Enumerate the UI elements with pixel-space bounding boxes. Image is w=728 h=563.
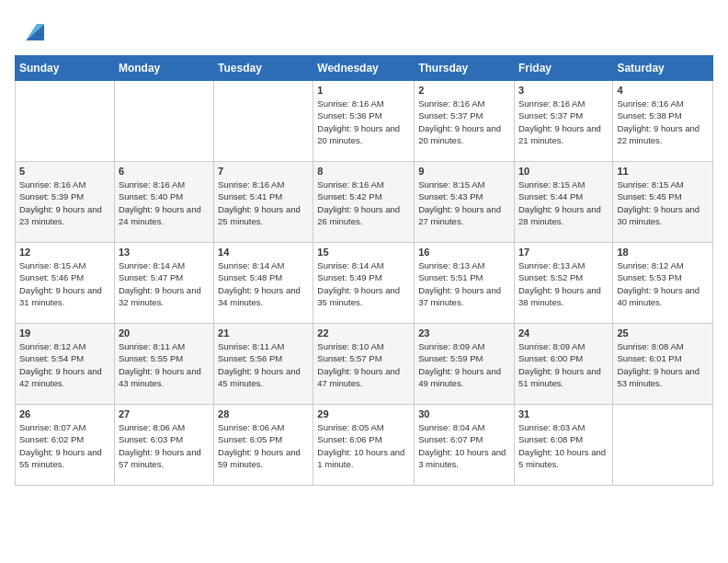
- day-info: Sunrise: 8:03 AM Sunset: 6:08 PM Dayligh…: [518, 421, 609, 470]
- calendar-cell: 9Sunrise: 8:15 AM Sunset: 5:43 PM Daylig…: [415, 162, 515, 243]
- calendar-cell: 20Sunrise: 8:11 AM Sunset: 5:55 PM Dayli…: [114, 324, 213, 405]
- day-info: Sunrise: 8:04 AM Sunset: 6:07 PM Dayligh…: [418, 421, 510, 470]
- day-info: Sunrise: 8:15 AM Sunset: 5:45 PM Dayligh…: [617, 178, 709, 227]
- day-number: 25: [617, 327, 709, 339]
- day-info: Sunrise: 8:11 AM Sunset: 5:56 PM Dayligh…: [218, 340, 309, 389]
- day-info: Sunrise: 8:16 AM Sunset: 5:42 PM Dayligh…: [317, 178, 410, 227]
- day-number: 2: [418, 85, 510, 96]
- calendar-cell: 24Sunrise: 8:09 AM Sunset: 6:00 PM Dayli…: [514, 324, 612, 405]
- calendar-week-row: 1Sunrise: 8:16 AM Sunset: 5:36 PM Daylig…: [16, 81, 713, 162]
- day-info: Sunrise: 8:16 AM Sunset: 5:36 PM Dayligh…: [317, 98, 410, 146]
- calendar-cell: 17Sunrise: 8:13 AM Sunset: 5:52 PM Dayli…: [514, 243, 612, 324]
- day-info: Sunrise: 8:16 AM Sunset: 5:37 PM Dayligh…: [418, 98, 510, 146]
- day-number: 3: [518, 85, 609, 96]
- calendar-cell: 16Sunrise: 8:13 AM Sunset: 5:51 PM Dayli…: [415, 243, 515, 324]
- day-info: Sunrise: 8:11 AM Sunset: 5:55 PM Dayligh…: [119, 340, 210, 389]
- day-info: Sunrise: 8:16 AM Sunset: 5:39 PM Dayligh…: [19, 178, 110, 227]
- day-number: 17: [518, 247, 609, 258]
- day-number: 11: [617, 166, 709, 177]
- day-number: 7: [218, 166, 309, 177]
- day-number: 21: [218, 327, 309, 339]
- day-info: Sunrise: 8:16 AM Sunset: 5:38 PM Dayligh…: [617, 98, 709, 146]
- day-number: 5: [19, 166, 110, 177]
- calendar-week-row: 12Sunrise: 8:15 AM Sunset: 5:46 PM Dayli…: [16, 243, 713, 324]
- calendar-cell: 23Sunrise: 8:09 AM Sunset: 5:59 PM Dayli…: [415, 324, 515, 405]
- day-info: Sunrise: 8:14 AM Sunset: 5:48 PM Dayligh…: [218, 259, 309, 308]
- logo: [15, 15, 48, 44]
- day-number: 24: [518, 327, 609, 339]
- calendar-cell: 1Sunrise: 8:16 AM Sunset: 5:36 PM Daylig…: [313, 81, 415, 162]
- day-info: Sunrise: 8:06 AM Sunset: 6:03 PM Dayligh…: [119, 421, 210, 470]
- calendar-table: SundayMondayTuesdayWednesdayThursdayFrid…: [15, 55, 713, 486]
- day-info: Sunrise: 8:12 AM Sunset: 5:53 PM Dayligh…: [617, 259, 709, 308]
- calendar-cell: 18Sunrise: 8:12 AM Sunset: 5:53 PM Dayli…: [613, 243, 713, 324]
- calendar-cell: 30Sunrise: 8:04 AM Sunset: 6:07 PM Dayli…: [415, 405, 515, 486]
- calendar-cell: 6Sunrise: 8:16 AM Sunset: 5:40 PM Daylig…: [114, 162, 213, 243]
- calendar-cell: 7Sunrise: 8:16 AM Sunset: 5:41 PM Daylig…: [214, 162, 313, 243]
- day-number: 13: [119, 247, 210, 258]
- day-info: Sunrise: 8:16 AM Sunset: 5:41 PM Dayligh…: [218, 178, 309, 227]
- logo-icon: [18, 15, 48, 44]
- calendar-cell: [114, 81, 213, 162]
- day-number: 4: [617, 85, 709, 96]
- day-number: 16: [418, 247, 510, 258]
- day-info: Sunrise: 8:15 AM Sunset: 5:44 PM Dayligh…: [518, 178, 609, 227]
- day-info: Sunrise: 8:15 AM Sunset: 5:43 PM Dayligh…: [418, 178, 510, 227]
- day-info: Sunrise: 8:14 AM Sunset: 5:47 PM Dayligh…: [119, 259, 210, 308]
- weekday-header-row: SundayMondayTuesdayWednesdayThursdayFrid…: [16, 56, 713, 81]
- weekday-header: Friday: [514, 56, 612, 81]
- day-number: 14: [218, 247, 309, 258]
- day-info: Sunrise: 8:08 AM Sunset: 6:01 PM Dayligh…: [617, 340, 709, 389]
- page-header: [15, 15, 713, 44]
- calendar-cell: 14Sunrise: 8:14 AM Sunset: 5:48 PM Dayli…: [214, 243, 313, 324]
- calendar-week-row: 26Sunrise: 8:07 AM Sunset: 6:02 PM Dayli…: [16, 405, 713, 486]
- day-number: 6: [119, 166, 210, 177]
- day-info: Sunrise: 8:16 AM Sunset: 5:37 PM Dayligh…: [518, 98, 609, 146]
- weekday-header: Saturday: [613, 56, 713, 81]
- weekday-header: Thursday: [415, 56, 515, 81]
- calendar-cell: 4Sunrise: 8:16 AM Sunset: 5:38 PM Daylig…: [613, 81, 713, 162]
- calendar-cell: 5Sunrise: 8:16 AM Sunset: 5:39 PM Daylig…: [16, 162, 115, 243]
- calendar-week-row: 19Sunrise: 8:12 AM Sunset: 5:54 PM Dayli…: [16, 324, 713, 405]
- calendar-cell: 13Sunrise: 8:14 AM Sunset: 5:47 PM Dayli…: [114, 243, 213, 324]
- calendar-cell: 25Sunrise: 8:08 AM Sunset: 6:01 PM Dayli…: [613, 324, 713, 405]
- calendar-cell: [214, 81, 313, 162]
- day-number: 1: [317, 85, 410, 96]
- day-number: 18: [617, 247, 709, 258]
- day-info: Sunrise: 8:16 AM Sunset: 5:40 PM Dayligh…: [119, 178, 210, 227]
- day-info: Sunrise: 8:13 AM Sunset: 5:52 PM Dayligh…: [518, 259, 609, 308]
- day-info: Sunrise: 8:07 AM Sunset: 6:02 PM Dayligh…: [19, 421, 110, 470]
- day-info: Sunrise: 8:06 AM Sunset: 6:05 PM Dayligh…: [218, 421, 309, 470]
- calendar-cell: 22Sunrise: 8:10 AM Sunset: 5:57 PM Dayli…: [313, 324, 415, 405]
- day-number: 26: [19, 408, 110, 419]
- day-number: 28: [218, 408, 309, 419]
- calendar-week-row: 5Sunrise: 8:16 AM Sunset: 5:39 PM Daylig…: [16, 162, 713, 243]
- day-info: Sunrise: 8:14 AM Sunset: 5:49 PM Dayligh…: [317, 259, 410, 308]
- weekday-header: Wednesday: [313, 56, 415, 81]
- day-number: 10: [518, 166, 609, 177]
- calendar-cell: 28Sunrise: 8:06 AM Sunset: 6:05 PM Dayli…: [214, 405, 313, 486]
- day-info: Sunrise: 8:09 AM Sunset: 6:00 PM Dayligh…: [518, 340, 609, 389]
- calendar-cell: 8Sunrise: 8:16 AM Sunset: 5:42 PM Daylig…: [313, 162, 415, 243]
- day-info: Sunrise: 8:09 AM Sunset: 5:59 PM Dayligh…: [418, 340, 510, 389]
- day-number: 23: [418, 327, 510, 339]
- calendar-cell: 11Sunrise: 8:15 AM Sunset: 5:45 PM Dayli…: [613, 162, 713, 243]
- day-number: 20: [119, 327, 210, 339]
- day-number: 9: [418, 166, 510, 177]
- calendar-cell: 19Sunrise: 8:12 AM Sunset: 5:54 PM Dayli…: [16, 324, 115, 405]
- day-number: 12: [19, 247, 110, 258]
- calendar-cell: 21Sunrise: 8:11 AM Sunset: 5:56 PM Dayli…: [214, 324, 313, 405]
- day-number: 22: [317, 327, 410, 339]
- weekday-header: Sunday: [16, 56, 115, 81]
- calendar-cell: 12Sunrise: 8:15 AM Sunset: 5:46 PM Dayli…: [16, 243, 115, 324]
- weekday-header: Monday: [114, 56, 213, 81]
- day-info: Sunrise: 8:12 AM Sunset: 5:54 PM Dayligh…: [19, 340, 110, 389]
- day-number: 15: [317, 247, 410, 258]
- calendar-cell: [16, 81, 115, 162]
- calendar-cell: 10Sunrise: 8:15 AM Sunset: 5:44 PM Dayli…: [514, 162, 612, 243]
- day-number: 31: [518, 408, 609, 419]
- day-number: 29: [317, 408, 410, 419]
- weekday-header: Tuesday: [214, 56, 313, 81]
- day-info: Sunrise: 8:13 AM Sunset: 5:51 PM Dayligh…: [418, 259, 510, 308]
- day-info: Sunrise: 8:10 AM Sunset: 5:57 PM Dayligh…: [317, 340, 410, 389]
